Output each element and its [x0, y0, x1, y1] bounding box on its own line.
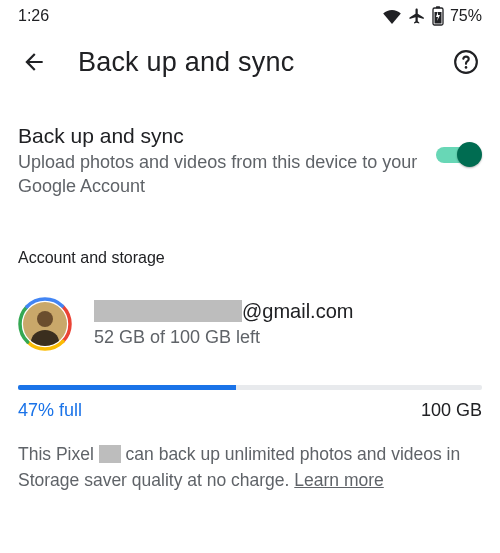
redacted-username — [94, 300, 242, 322]
app-bar: Back up and sync — [0, 28, 500, 86]
status-time: 1:26 — [18, 7, 49, 25]
airplane-icon — [408, 7, 426, 25]
learn-more-link[interactable]: Learn more — [294, 470, 384, 490]
account-row[interactable]: @gmail.com 52 GB of 100 GB left — [18, 297, 482, 351]
redacted-model — [99, 445, 121, 463]
storage-capacity-label: 100 GB — [421, 400, 482, 421]
storage-progress-bar — [18, 385, 482, 390]
email-suffix: @gmail.com — [242, 300, 353, 323]
help-button[interactable] — [450, 46, 482, 78]
backup-sync-description: Upload photos and videos from this devic… — [18, 150, 420, 199]
storage-progress-fill — [18, 385, 236, 390]
battery-label: 75% — [450, 7, 482, 25]
status-icons: 75% — [382, 6, 482, 26]
status-bar: 1:26 75% — [0, 0, 500, 28]
battery-icon — [432, 6, 444, 26]
backup-sync-text: Back up and sync Upload photos and video… — [18, 124, 436, 199]
avatar — [18, 297, 72, 351]
toggle-thumb — [457, 142, 482, 167]
page-title: Back up and sync — [78, 47, 450, 78]
footnote-prefix: This Pixel — [18, 444, 99, 464]
arrow-left-icon — [21, 49, 47, 75]
account-email: @gmail.com — [94, 300, 482, 323]
storage-progress-labels: 47% full 100 GB — [18, 400, 482, 421]
back-button[interactable] — [18, 46, 50, 78]
avatar-image — [23, 302, 67, 346]
help-icon — [453, 49, 479, 75]
svg-point-10 — [37, 311, 53, 327]
backup-sync-title: Back up and sync — [18, 124, 420, 148]
wifi-icon — [382, 8, 402, 24]
backup-sync-toggle[interactable] — [436, 140, 482, 168]
backup-sync-setting[interactable]: Back up and sync Upload photos and video… — [18, 124, 482, 199]
storage-percent-label: 47% full — [18, 400, 82, 421]
account-text: @gmail.com 52 GB of 100 GB left — [94, 300, 482, 348]
account-storage-subheader: Account and storage — [18, 249, 482, 267]
pixel-backup-footnote: This Pixel can back up unlimited photos … — [18, 441, 482, 494]
svg-point-4 — [465, 66, 468, 69]
svg-rect-1 — [436, 6, 440, 8]
storage-progress: 47% full 100 GB — [18, 385, 482, 421]
storage-left-label: 52 GB of 100 GB left — [94, 327, 482, 348]
